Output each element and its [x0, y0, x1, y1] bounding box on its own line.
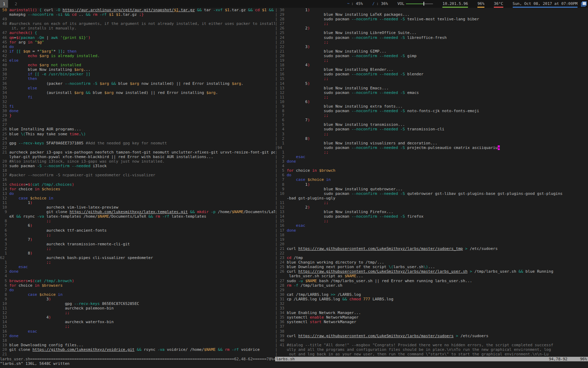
code-row: 16	[0, 177, 275, 182]
status-block-text: 96%	[477, 1, 484, 6]
code-row: | 10 sudo pacman --noconfirm --needed -S…	[275, 191, 588, 196]
code-row: | 15 ;;	[275, 76, 588, 81]
vim-pane-larbs-user-sh[interactable]: 50 aurinstall() { curl -O https://aur.ar…	[0, 8, 275, 357]
code-row: 14 for choice in $choices	[0, 187, 275, 191]
line-number: 2	[0, 265, 9, 269]
line-number: | 37	[275, 324, 287, 329]
code-row: 1 8)	[0, 251, 275, 255]
code-row: | 29	[275, 288, 588, 292]
code-row: 4	[0, 274, 275, 278]
status-block-4: 96%	[477, 0, 484, 8]
line-number: | 30	[275, 292, 287, 297]
line-number: |	[275, 274, 287, 278]
code-row: | 8 1)	[275, 182, 588, 187]
line-number: 8	[0, 292, 9, 297]
workspace-button-2[interactable]: 2	[12, 0, 20, 8]
code-row: 11 aurcheck palemoon-bin	[0, 306, 275, 311]
code-row: | 2 esac	[275, 155, 588, 159]
code-row: 17 done	[0, 334, 275, 338]
code-row: 25 blue \(This may take some time.\)	[0, 132, 275, 136]
line-number: | 39	[275, 334, 287, 338]
code-row: 19 blue Downloading config files...	[0, 343, 275, 347]
terminal-window[interactable]: 50 aurinstall() { curl -O https://aur.ar…	[0, 8, 588, 368]
line-number: 30	[0, 109, 9, 113]
code-row: | 3 ;;	[275, 132, 588, 136]
line-number: 44	[0, 45, 9, 49]
code-row: | 23 cd /tmp	[275, 255, 588, 260]
line-number: 24	[0, 136, 9, 141]
code-row: | 32	[275, 301, 588, 306]
line-number: | 13	[275, 210, 287, 214]
line-number: 11	[0, 306, 9, 311]
code-row: | 29 blue Now installing LaTeX packages.…	[275, 12, 588, 17]
code-row: 26 blue Installing AUR programs...	[0, 127, 275, 131]
code-row: | 38	[275, 329, 588, 334]
code-row: 32	[0, 100, 275, 104]
line-number: 4	[0, 237, 9, 242]
line-number: 34	[0, 90, 9, 95]
line-number: 9	[0, 210, 9, 214]
line-number: 36	[0, 81, 9, 86]
code-row: | 30 1)	[275, 8, 588, 12]
code-row: | 9 blue Now installing qutebrowser...	[275, 187, 588, 191]
code-row: | 27 ;;	[275, 21, 588, 26]
line-number: | 5	[275, 122, 287, 127]
drive-icon: ~	[347, 1, 350, 6]
line-number: | 6	[275, 118, 287, 122]
code-row: 40 echo $arg not installed	[0, 63, 275, 67]
line-number: | 6	[275, 173, 287, 177]
line-number: | 1	[275, 150, 287, 155]
line-number: | 19	[275, 58, 287, 63]
line-number: | 40	[275, 338, 287, 343]
line-number: 5	[0, 279, 9, 283]
line-number: 11	[0, 200, 9, 205]
code-row: | 19 ;;	[275, 58, 588, 63]
line-number: 38	[0, 72, 9, 76]
line-number: | 20	[275, 242, 287, 246]
line-number: | 8	[275, 109, 287, 113]
code-row: 5 ;;	[0, 233, 275, 237]
code-row: 37 then	[0, 76, 275, 81]
vim-pane-larbs-sh[interactable]: | 30 1)| 29 blue Now installing LaTeX pa…	[275, 8, 588, 357]
status-blocks: ~: 45%/: 36%VOL10.201.5.9696%36°CSun, Oc…	[347, 0, 578, 8]
line-number: | 31	[275, 297, 287, 301]
drive-icon: /	[372, 1, 375, 6]
code-row: | 14 sudo pacman --noconfirm --needed -S…	[275, 214, 588, 219]
code-row: 8 case $choice in	[0, 292, 275, 297]
code-row: 1 ;;	[0, 260, 275, 265]
line-number: 49	[0, 17, 9, 21]
statusline-active: larbs.sh 94,78-92 96%	[275, 357, 588, 361]
statusline-inactive: larbs_user.sh===========================…	[0, 357, 275, 361]
code-row: | 9 blue Now installing extra fonts...	[275, 104, 588, 109]
code-row: | 23 ;;	[275, 40, 588, 45]
line-number: 18	[0, 338, 9, 343]
volume-slider[interactable]	[406, 4, 433, 4]
code-row: 3 done	[0, 269, 275, 274]
code-row: 38 if [[ -e /usr/bin/packer ]]	[0, 72, 275, 76]
line-number: | 17	[275, 67, 287, 72]
code-row: | 16 sudo pacman --noconfirm --needed -S…	[275, 72, 588, 76]
line-number: 39	[0, 67, 9, 72]
line-number: |94	[275, 145, 287, 150]
code-row: | 1 ;;	[275, 150, 588, 155]
code-row: | 3 done	[275, 159, 588, 164]
line-number: 9	[0, 297, 9, 301]
code-row: | 41 #dialog --title "All done!" --msgbo…	[275, 343, 588, 347]
line-number: 26	[0, 127, 9, 131]
workspace-button-1[interactable]: 1	[0, 0, 8, 8]
line-number: | 14	[275, 81, 287, 86]
code-row: | 37	[275, 324, 588, 329]
line-number: | 32	[275, 301, 287, 306]
line-number: 10	[0, 301, 9, 306]
display-tray-icon[interactable]	[581, 1, 587, 6]
line-number: 17	[0, 173, 9, 177]
line-number: | 34	[275, 311, 287, 315]
line-number: | 7	[275, 113, 287, 118]
line-number: | 4	[275, 127, 287, 131]
code-row: 18	[0, 168, 275, 173]
line-number: 20	[0, 347, 9, 352]
code-row: | 10 6)	[275, 100, 588, 104]
vim-command-line: "larbs.sh" 136L, 5648C written	[0, 361, 588, 366]
code-row: | 20 sudo pacman --noconfirm --needed -S…	[275, 54, 588, 58]
code-row: | 5 for choice in $browch	[275, 168, 588, 173]
